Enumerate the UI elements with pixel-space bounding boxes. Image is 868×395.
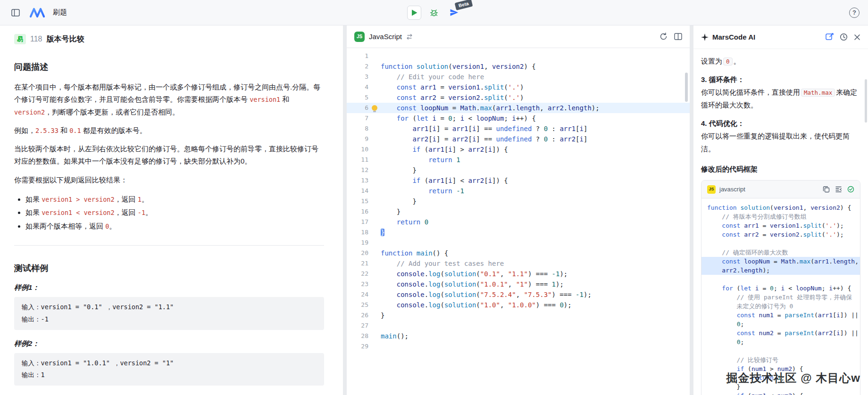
code-line[interactable]: const num2 = parseInt(arr2[i]) || xyxy=(707,329,854,337)
line-number[interactable]: 28 xyxy=(347,331,368,341)
code-line[interactable]: 3 // Edit your code here xyxy=(347,72,690,82)
code-editor[interactable]: 1 2function solution(version1, version2)… xyxy=(347,48,690,395)
marscode-logo[interactable] xyxy=(29,7,46,18)
layout-split-icon[interactable] xyxy=(674,33,682,40)
line-number[interactable]: 25 xyxy=(347,300,368,310)
code-line[interactable]: for (let i = 0; i < loopNum; i++) { xyxy=(707,284,854,293)
line-number[interactable]: 21 xyxy=(347,258,368,269)
code-line[interactable]: 0; xyxy=(707,320,854,329)
run-button[interactable] xyxy=(407,6,421,20)
line-number[interactable]: 6 xyxy=(347,103,368,113)
code-line[interactable] xyxy=(707,239,854,248)
line-number[interactable]: 11 xyxy=(347,155,368,165)
code-line[interactable]: 17 return 0 xyxy=(347,217,690,227)
line-number[interactable]: 16 xyxy=(347,206,368,217)
apply-icon[interactable] xyxy=(847,186,854,193)
line-number[interactable]: 10 xyxy=(347,144,368,155)
line-number[interactable]: 5 xyxy=(347,92,368,103)
line-number[interactable]: 17 xyxy=(347,217,368,227)
line-number[interactable]: 20 xyxy=(347,248,368,258)
line-number[interactable]: 9 xyxy=(347,134,368,144)
code-line[interactable]: 7 for (let i = 0; i < loopNum; i++) { xyxy=(347,113,690,123)
line-number[interactable]: 19 xyxy=(347,238,368,248)
help-icon[interactable]: ? xyxy=(849,8,860,18)
language-selector[interactable]: JavaScript xyxy=(369,33,402,41)
code-line[interactable]: const num1 = parseInt(arr1[i]) || xyxy=(707,311,854,320)
debug-test-button[interactable] xyxy=(427,6,441,20)
code-line[interactable]: 4 const arr1 = version1.split('.') xyxy=(347,82,690,92)
reset-code-icon[interactable] xyxy=(659,33,668,41)
copy-icon[interactable] xyxy=(823,186,830,193)
code-line[interactable]: 8 arr1[i] = arr1[i] == undefined ? 0 : a… xyxy=(347,123,690,134)
code-line[interactable]: arr2.length); xyxy=(701,266,860,275)
submit-button[interactable]: Beta xyxy=(447,6,461,20)
code-line[interactable]: 1 xyxy=(347,51,690,61)
line-number[interactable]: 12 xyxy=(347,165,368,175)
switch-language-icon[interactable] xyxy=(406,34,413,40)
code-line[interactable]: 5 const arr2 = version2.split('.') xyxy=(347,92,690,103)
code-line[interactable]: 14 return -1 xyxy=(347,186,690,196)
close-icon[interactable] xyxy=(854,34,860,41)
code-line[interactable]: 16 } xyxy=(347,206,690,217)
line-number[interactable]: 7 xyxy=(347,113,368,123)
line-number[interactable]: 3 xyxy=(347,72,368,82)
code-line[interactable]: 27 xyxy=(347,321,690,331)
code-line[interactable]: function solution(version1, version2) { xyxy=(707,203,854,212)
code-token: ) { xyxy=(792,392,803,395)
code-line[interactable]: // 将版本号分割成修订号数组 xyxy=(707,212,854,221)
line-number[interactable]: 2 xyxy=(347,61,368,72)
code-line[interactable]: 13 if (arr1[i] < arr2[i]) { xyxy=(347,175,690,186)
code-line[interactable]: 6 const loopNum = Math.max(arr1.length, … xyxy=(347,103,690,113)
code-line[interactable]: 10 if (arr1[i] > arr2[i]) { xyxy=(347,144,690,155)
code-line[interactable]: // 使用 parseInt 处理前导零，并确保 xyxy=(707,293,854,302)
code-line[interactable]: 23 console.log(solution("1.0.1", "1") ==… xyxy=(347,279,690,289)
lightbulb-icon[interactable] xyxy=(372,105,377,111)
line-number[interactable]: 24 xyxy=(347,289,368,300)
line-number[interactable]: 26 xyxy=(347,310,368,321)
code-line[interactable]: 9 arr2[i] = arr2[i] == undefined ? 0 : a… xyxy=(347,134,690,144)
code-line[interactable]: if (num1 < num2) { xyxy=(707,391,854,395)
line-number[interactable]: 13 xyxy=(347,175,368,186)
code-line[interactable]: const arr1 = version1.split('.'); xyxy=(707,221,854,230)
line-number[interactable]: 8 xyxy=(347,123,368,134)
code-line[interactable]: // 确定循环的最大次数 xyxy=(707,248,854,257)
line-number[interactable]: 18 xyxy=(347,227,368,238)
ai-scrollbar[interactable] xyxy=(865,79,867,123)
line-number[interactable]: 4 xyxy=(347,82,368,92)
collapse-sidebar-icon[interactable] xyxy=(8,6,23,20)
code-line[interactable]: 18} xyxy=(347,227,690,238)
editor-scrollbar[interactable] xyxy=(685,73,688,102)
code-line[interactable]: 25 console.log(solution("1.0", "1.0.0") … xyxy=(347,300,690,310)
code-line[interactable]: 29 xyxy=(347,341,690,352)
code-line[interactable]: const loopNum = Math.max(arr1.length, xyxy=(701,257,860,266)
line-number[interactable]: 27 xyxy=(347,321,368,331)
line-number[interactable]: 23 xyxy=(347,279,368,289)
code-line[interactable]: 19 xyxy=(347,238,690,248)
line-number[interactable]: 22 xyxy=(347,269,368,279)
code-line[interactable]: 28main(); xyxy=(347,331,690,341)
code-line[interactable]: 15 } xyxy=(347,196,690,206)
code-line[interactable]: 26} xyxy=(347,310,690,321)
new-chat-icon[interactable] xyxy=(826,33,834,41)
code-line[interactable]: const arr2 = version2.split('.'); xyxy=(707,230,854,239)
code-line[interactable]: 20function main() { xyxy=(347,248,690,258)
code-line[interactable] xyxy=(707,346,854,355)
code-line[interactable]: 未定义的修订号为 0 xyxy=(707,302,854,311)
history-icon[interactable] xyxy=(840,33,848,41)
code-line[interactable]: 2function solution(version1, version2) { xyxy=(347,61,690,72)
code-line[interactable]: 21 // Add your test cases here xyxy=(347,258,690,269)
line-number[interactable]: 14 xyxy=(347,186,368,196)
insert-code-icon[interactable] xyxy=(835,186,842,193)
code-token: ] == xyxy=(476,135,496,143)
code-token: num2 xyxy=(777,392,792,395)
code-line[interactable]: 24 console.log(solution("7.5.2.4", "7.5.… xyxy=(347,289,690,300)
code-line[interactable]: 11 return 1 xyxy=(347,155,690,165)
line-number[interactable]: 1 xyxy=(347,51,368,61)
code-line[interactable]: 12 } xyxy=(347,165,690,175)
code-line[interactable]: 0; xyxy=(707,337,854,346)
code-line[interactable] xyxy=(707,275,854,284)
code-line[interactable]: 22 console.log(solution("0.1", "1.1") ==… xyxy=(347,269,690,279)
line-number[interactable]: 29 xyxy=(347,341,368,352)
code-line[interactable]: // 比较修订号 xyxy=(707,355,854,364)
line-number[interactable]: 15 xyxy=(347,196,368,206)
